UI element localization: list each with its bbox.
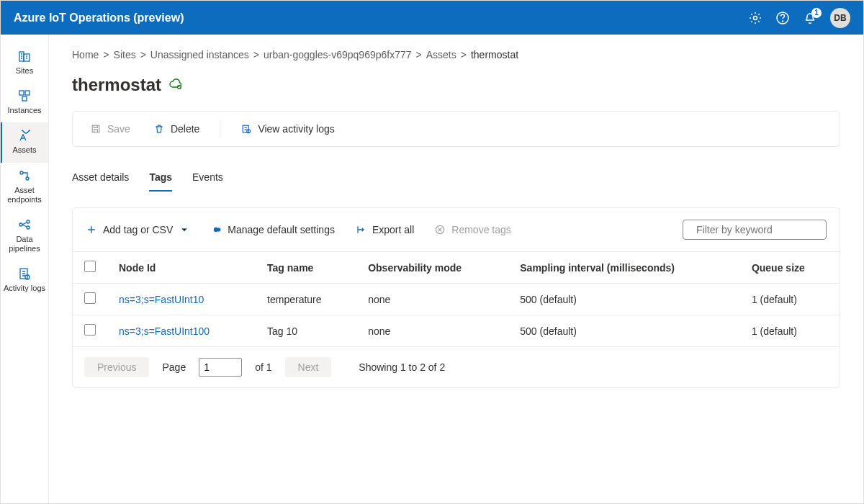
save-button: Save: [83, 119, 138, 139]
asset-toolbar: Save Delete View activity logs: [72, 111, 840, 147]
instance-icon: [17, 89, 32, 103]
manage-default-settings-button[interactable]: Manage default settings: [210, 224, 335, 235]
view-activity-logs-button[interactable]: View activity logs: [233, 119, 341, 139]
svg-point-12: [27, 226, 30, 229]
page-summary: Showing 1 to 2 of 2: [359, 361, 445, 373]
tab-asset-details[interactable]: Asset details: [72, 167, 129, 192]
crumb-assets[interactable]: Assets: [426, 49, 456, 60]
nav-label: Sites: [16, 66, 33, 76]
chevron-down-icon: [179, 224, 190, 235]
tab-tags[interactable]: Tags: [149, 167, 172, 192]
cell-obs-mode: none: [356, 315, 508, 347]
filter-input-wrap[interactable]: [683, 220, 827, 240]
crumb-sites[interactable]: Sites: [114, 49, 136, 60]
nav-label: Data pipelines: [2, 235, 47, 253]
nav-label: Assets: [12, 145, 36, 155]
divider: [220, 120, 220, 138]
cell-queue: 1 (default): [740, 284, 840, 315]
row-checkbox[interactable]: [84, 324, 96, 336]
crumb-current: thermostat: [471, 49, 518, 60]
main-content: Home> Sites> Unassigned instances> urban…: [49, 35, 863, 503]
nav-label: Instances: [7, 106, 41, 115]
col-queue[interactable]: Queue size: [740, 252, 840, 284]
col-observability[interactable]: Observability mode: [356, 252, 508, 284]
help-icon[interactable]: [775, 11, 790, 25]
svg-rect-7: [22, 96, 27, 101]
svg-point-2: [783, 21, 783, 22]
crumb-home[interactable]: Home: [72, 49, 99, 60]
avatar[interactable]: DB: [830, 8, 850, 28]
endpoint-icon: [17, 168, 32, 183]
pagination: Previous Page of 1 Next Showing 1 to 2 o…: [73, 346, 840, 387]
col-tag-name[interactable]: Tag name: [256, 252, 356, 284]
nav-activity-logs[interactable]: Activity logs: [1, 261, 48, 300]
cell-sampling: 500 (default): [508, 315, 740, 347]
crumb-unassigned[interactable]: Unassigned instances: [150, 49, 249, 60]
tab-events[interactable]: Events: [192, 167, 223, 192]
nav-label: Activity logs: [4, 284, 45, 293]
page-input[interactable]: [199, 358, 242, 377]
filter-input[interactable]: [696, 224, 822, 235]
cell-tag-name: Tag 10: [256, 315, 356, 347]
remove-tags-button: Remove tags: [434, 224, 510, 235]
select-all-checkbox[interactable]: [84, 261, 96, 272]
svg-point-0: [754, 16, 757, 19]
topbar: Azure IoT Operations (preview) 1 DB: [1, 1, 863, 35]
nav-label: Asset endpoints: [2, 186, 47, 204]
export-all-button[interactable]: Export all: [355, 224, 414, 235]
col-node-id[interactable]: Node Id: [107, 252, 256, 284]
app-title: Azure IoT Operations (preview): [14, 12, 748, 24]
svg-rect-5: [19, 91, 24, 95]
asset-icon: [17, 128, 32, 143]
nav-data-pipelines[interactable]: Data pipelines: [1, 212, 48, 261]
cell-obs-mode: none: [356, 284, 508, 315]
crumb-instance[interactable]: urban-goggles-v69pq969p6fx777: [264, 49, 412, 60]
notifications-icon[interactable]: 1: [803, 11, 817, 25]
building-icon: [17, 49, 32, 63]
svg-rect-4: [24, 54, 30, 61]
page-title: thermostat: [72, 75, 161, 95]
svg-point-10: [19, 223, 22, 226]
svg-point-9: [26, 177, 29, 180]
page-of: of 1: [255, 361, 271, 373]
pipeline-icon: [17, 217, 32, 232]
cloud-sync-icon: [168, 77, 183, 94]
delete-button[interactable]: Delete: [146, 119, 207, 139]
table-row: ns=3;s=FastUInt100 Tag 10 none 500 (defa…: [73, 315, 840, 347]
page-label: Page: [162, 361, 186, 373]
node-id-link[interactable]: ns=3;s=FastUInt100: [119, 325, 210, 337]
breadcrumb: Home> Sites> Unassigned instances> urban…: [72, 49, 840, 60]
table-row: ns=3;s=FastUInt10 temperature none 500 (…: [73, 284, 840, 315]
add-tag-button[interactable]: Add tag or CSV: [86, 224, 190, 235]
node-id-link[interactable]: ns=3;s=FastUInt10: [119, 294, 204, 305]
row-checkbox[interactable]: [84, 292, 96, 304]
next-page-button: Next: [285, 357, 332, 377]
svg-rect-16: [92, 125, 99, 132]
nav-asset-endpoints[interactable]: Asset endpoints: [1, 163, 48, 212]
logs-icon: [17, 266, 32, 281]
cell-queue: 1 (default): [740, 315, 840, 347]
asset-tabs: Asset details Tags Events: [72, 167, 840, 192]
notification-badge: 1: [811, 8, 822, 18]
col-sampling[interactable]: Sampling interval (milliseconds): [508, 252, 740, 284]
nav-sites[interactable]: Sites: [1, 43, 48, 83]
svg-rect-6: [25, 91, 30, 95]
svg-rect-17: [243, 125, 249, 132]
prev-page-button: Previous: [84, 357, 149, 377]
nav-assets[interactable]: Assets: [1, 122, 48, 162]
left-nav: Sites Instances Assets Asset endpoints D…: [1, 35, 49, 503]
tags-table: Node Id Tag name Observability mode Samp…: [73, 251, 840, 346]
settings-icon[interactable]: [748, 11, 762, 25]
svg-point-8: [20, 171, 23, 174]
cell-tag-name: temperature: [256, 284, 356, 315]
tags-panel: Add tag or CSV Manage default settings E…: [72, 207, 840, 388]
cell-sampling: 500 (default): [508, 284, 740, 315]
nav-instances[interactable]: Instances: [1, 83, 48, 122]
svg-point-11: [27, 220, 30, 223]
